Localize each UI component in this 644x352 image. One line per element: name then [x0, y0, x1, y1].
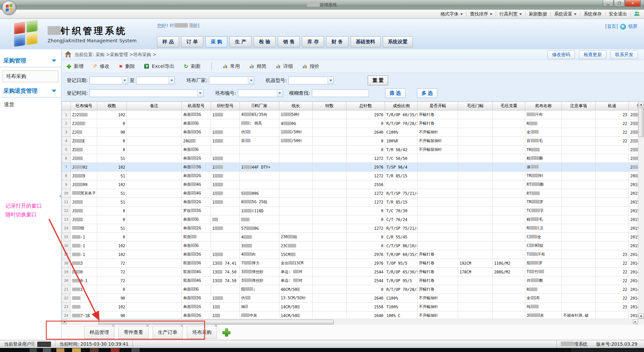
taskbar-item[interactable]: [131, 348, 140, 352]
table-cell[interactable]: 0: [97, 215, 127, 224]
table-cell[interactable]: [493, 119, 525, 128]
table-cell[interactable]: 2-09: [629, 111, 638, 119]
close-icon[interactable]: ✕: [180, 323, 183, 328]
table-cell[interactable]: [596, 163, 629, 172]
table-cell[interactable]: 102: [97, 250, 127, 259]
table-row[interactable]: 11J51单面2G165G 25组1272T/R 85/15TR罗2015: [62, 198, 638, 207]
table-cell[interactable]: [313, 207, 346, 215]
table-cell[interactable]: [458, 180, 493, 189]
table-cell[interactable]: 双面4G: [182, 276, 211, 285]
table-cell[interactable]: 2015-0: [629, 241, 638, 250]
sidebar-group-title[interactable]: 采购管理: [0, 54, 61, 67]
table-cell[interactable]: [127, 215, 182, 224]
table-cell[interactable]: 22: [596, 128, 629, 137]
table-cell[interactable]: [596, 311, 629, 319]
column-header[interactable]: 模数: [97, 102, 127, 111]
table-cell[interactable]: [493, 233, 525, 241]
start-button[interactable]: [30, 348, 37, 352]
table-row[interactable]: 12J0罗纹3G1(118D0T/C 70/30TC字2015-: [62, 207, 638, 215]
table-cell[interactable]: TR罗: [525, 198, 562, 207]
table-cell[interactable]: 2015: [629, 198, 638, 207]
table-cell[interactable]: 0: [97, 207, 127, 215]
table-cell[interactable]: [127, 111, 182, 119]
table-cell[interactable]: 1: [211, 128, 240, 137]
menu-item-6[interactable]: 系统保存: [580, 11, 605, 17]
module-tab[interactable]: 销 售: [278, 36, 300, 47]
system-tray[interactable]: [572, 348, 644, 352]
chevron-down-icon[interactable]: [327, 77, 333, 84]
table-cell[interactable]: [313, 303, 346, 311]
table-row[interactable]: 5Z0单面G0T/R 58/42不开幅留抽针TR2-13: [62, 145, 638, 154]
table-cell[interactable]: [596, 180, 629, 189]
table-cell[interactable]: 28G: [182, 137, 211, 145]
table-cell[interactable]: 2-19: [629, 154, 638, 163]
table-cell[interactable]: 单面3G: [182, 111, 211, 119]
table-cell[interactable]: [279, 215, 313, 224]
table-cell[interactable]: 2640: [346, 311, 385, 319]
table-cell[interactable]: J: [71, 207, 97, 215]
table-cell[interactable]: 1: [211, 224, 240, 233]
table-cell[interactable]: 单面4G: [182, 189, 211, 198]
table-cell[interactable]: [596, 154, 629, 163]
table-cell[interactable]: [458, 119, 493, 128]
row-number-cell[interactable]: 7: [62, 163, 71, 172]
table-cell[interactable]: 百: [240, 137, 279, 145]
table-cell[interactable]: 51: [97, 224, 127, 233]
table-cell[interactable]: R/T/OP 70/28/2: [385, 285, 418, 294]
table-cell[interactable]: 单面3G: [182, 250, 211, 259]
table-cell[interactable]: [313, 154, 346, 163]
table-cell[interactable]: [313, 224, 346, 233]
table-cell[interactable]: ZE: [71, 137, 97, 145]
table-cell[interactable]: 1/50针: [279, 128, 313, 137]
module-tab[interactable]: 生 产: [229, 36, 252, 47]
module-tab[interactable]: 检 验: [254, 36, 276, 47]
table-cell[interactable]: 570G: [240, 224, 279, 233]
lock-screen-link[interactable]: 锁屏: [628, 24, 637, 30]
reg-time-select[interactable]: [90, 89, 204, 97]
table-cell[interactable]: [313, 268, 346, 276]
table-cell[interactable]: [418, 207, 458, 215]
table-cell[interactable]: [596, 145, 629, 154]
column-header[interactable]: 是否开幅: [418, 102, 458, 111]
table-cell[interactable]: C100%: [385, 294, 418, 303]
table-cell[interactable]: 102: [97, 180, 127, 189]
table-cell[interactable]: T/R/OP 60/35/5: [385, 111, 418, 119]
table-cell[interactable]: 1272: [346, 172, 385, 180]
table-cell[interactable]: 46CM/50: [279, 285, 313, 294]
row-number-cell[interactable]: 21: [62, 285, 71, 294]
view-mode-button[interactable]: 精简: [249, 63, 266, 70]
table-row[interactable]: 9J99102单面4G12556RT圈20121: [62, 180, 638, 189]
table-cell[interactable]: 不开幅抽针: [418, 303, 458, 311]
table-cell[interactable]: 抽: [240, 303, 279, 311]
table-cell[interactable]: 51: [97, 189, 127, 198]
table-cell[interactable]: 单边: 对: [279, 268, 313, 276]
table-cell[interactable]: [313, 198, 346, 207]
table-cell[interactable]: [458, 189, 493, 198]
taskbar-item[interactable]: [90, 348, 99, 352]
table-cell[interactable]: 1: [211, 198, 240, 207]
table-cell[interactable]: [562, 233, 596, 241]
column-header[interactable]: 机器型号: [182, 102, 211, 111]
table-cell[interactable]: [458, 285, 493, 294]
table-cell[interactable]: 1: [211, 180, 240, 189]
table-cell[interactable]: 23C: [279, 241, 313, 250]
module-tab[interactable]: 系统设置: [383, 36, 413, 47]
row-number-cell[interactable]: 13: [62, 215, 71, 224]
table-cell[interactable]: : 周亮: [240, 119, 279, 128]
table-cell[interactable]: [127, 128, 182, 137]
table-cell[interactable]: J9: [71, 172, 97, 180]
table-cell[interactable]: 100%R: [385, 137, 418, 145]
table-cell[interactable]: 2-19: [629, 119, 638, 128]
table-cell[interactable]: 单面3G: [182, 163, 211, 172]
window-titlebar[interactable]: 管理系统 ▁ ❐ ✕: [0, 0, 644, 10]
table-cell[interactable]: 单边: 对: [279, 276, 313, 285]
table-cell[interactable]: 1: [211, 172, 240, 180]
table-cell[interactable]: 全布: [525, 294, 562, 303]
table-cell[interactable]: [127, 119, 182, 128]
table-cell[interactable]: [418, 180, 458, 189]
table-cell[interactable]: 0: [71, 268, 97, 276]
table-cell[interactable]: R: [525, 119, 562, 128]
table-cell[interactable]: 单面G: [182, 285, 211, 294]
table-cell[interactable]: 百毛: [525, 137, 562, 145]
table-row[interactable]: 18372双面3G13 74.417弹力全出13CM2976T/OP 95/5开…: [62, 259, 638, 268]
